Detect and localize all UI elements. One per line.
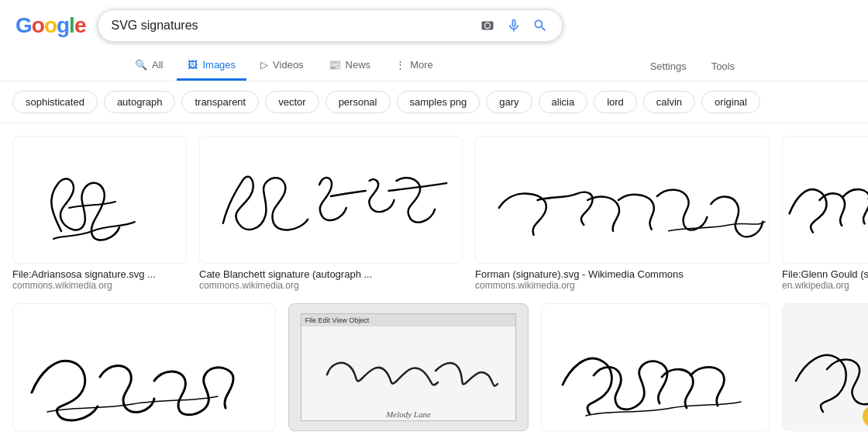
filter-chip-autograph[interactable]: autograph <box>104 91 176 113</box>
image-card-sig7[interactable] <box>541 303 770 431</box>
sig-adriansosa <box>15 138 185 262</box>
search-button[interactable] <box>531 16 549 35</box>
more-icon: ⋮ <box>395 59 405 71</box>
filter-chip-original[interactable]: original <box>701 91 760 113</box>
image-card-sig5[interactable] <box>12 303 276 431</box>
search-input[interactable] <box>111 19 470 33</box>
camera-search-button[interactable] <box>478 16 497 35</box>
header: Google <box>0 0 868 51</box>
search-icons <box>478 16 549 35</box>
image-title-cate: Cate Blanchett signature (autograph ... <box>199 268 463 280</box>
image-caption-glenn: File:Glenn Gould (signature en.wikipedia… <box>782 268 868 291</box>
sig-forman <box>476 138 769 262</box>
sig-8 <box>788 307 869 427</box>
sig-melody <box>308 320 509 413</box>
filter-chips: sophisticated autograph transparent vect… <box>0 81 868 123</box>
image-card-melody[interactable]: File Edit View Object Melody Lane <box>288 303 529 431</box>
tab-all-label: All <box>152 59 163 71</box>
image-title-glenn: File:Glenn Gould (signature <box>782 268 868 280</box>
image-caption-adriansosa: File:Adriansosa signature.svg ... common… <box>12 268 187 291</box>
images-icon: 🖼 <box>188 59 198 71</box>
images-grid-row2: File Edit View Object Melody Lane <box>12 303 856 431</box>
images-grid-row1: File:Adriansosa signature.svg ... common… <box>12 136 856 291</box>
search-bar <box>98 9 563 42</box>
image-caption-forman: Forman (signature).svg - Wikimedia Commo… <box>475 268 770 291</box>
tab-videos[interactable]: ▷ Videos <box>250 51 315 81</box>
tools-button[interactable]: Tools <box>702 54 744 78</box>
image-caption-cate: Cate Blanchett signature (autograph ... … <box>199 268 463 291</box>
filter-chip-sophisticated[interactable]: sophisticated <box>12 91 98 113</box>
filter-chip-transparent[interactable]: transparent <box>181 91 259 113</box>
sig-cate <box>200 138 462 262</box>
sig-glenn <box>783 138 868 262</box>
tab-more[interactable]: ⋮ More <box>384 51 444 81</box>
tab-news-label: News <box>346 59 371 71</box>
nav-right: Settings Tools <box>641 54 744 78</box>
image-card-forman[interactable]: Forman (signature).svg - Wikimedia Commo… <box>475 136 770 291</box>
image-card-cate[interactable]: Cate Blanchett signature (autograph ... … <box>199 136 463 291</box>
sig-7 <box>547 307 764 427</box>
google-logo[interactable]: Google <box>16 13 85 38</box>
filter-chip-lord[interactable]: lord <box>594 91 637 113</box>
filter-chip-calvin[interactable]: calvin <box>643 91 695 113</box>
image-card-adriansosa[interactable]: File:Adriansosa signature.svg ... common… <box>12 136 187 291</box>
tab-more-label: More <box>410 59 433 71</box>
filter-chip-personal[interactable]: personal <box>326 91 391 113</box>
mic-icon <box>506 18 522 33</box>
images-section: File:Adriansosa signature.svg ... common… <box>0 123 868 439</box>
tab-videos-label: Videos <box>273 59 304 71</box>
image-title-forman: Forman (signature).svg - Wikimedia Commo… <box>475 268 770 280</box>
image-source-adriansosa: commons.wikimedia.org <box>12 280 187 291</box>
image-source-cate: commons.wikimedia.org <box>199 280 463 291</box>
tab-images[interactable]: 🖼 Images <box>177 51 246 81</box>
tab-images-label: Images <box>202 59 236 71</box>
settings-button[interactable]: Settings <box>641 54 696 78</box>
filter-chip-gary[interactable]: gary <box>486 91 532 113</box>
sig-5 <box>16 307 272 427</box>
videos-icon: ▷ <box>260 59 268 71</box>
camera-icon <box>480 18 495 33</box>
all-icon: 🔍 <box>135 59 147 71</box>
image-source-forman: commons.wikimedia.org <box>475 280 770 291</box>
filter-chip-alicia[interactable]: alicia <box>539 91 588 113</box>
nav-tabs: 🔍 All 🖼 Images ▷ Videos 📰 News ⋮ More Se… <box>0 51 868 81</box>
tab-all[interactable]: 🔍 All <box>124 51 174 81</box>
search-icon <box>532 18 548 33</box>
news-icon: 📰 <box>329 59 341 71</box>
image-card-glenn[interactable]: File:Glenn Gould (signature en.wikipedia… <box>782 136 868 291</box>
voice-search-button[interactable] <box>505 16 523 35</box>
tab-news[interactable]: 📰 News <box>318 51 382 81</box>
filter-chip-vector[interactable]: vector <box>265 91 319 113</box>
image-source-glenn: en.wikipedia.org <box>782 280 868 291</box>
image-title-adriansosa: File:Adriansosa signature.svg ... <box>12 268 187 280</box>
image-card-sig8[interactable]: A ppuals wsxdn.com <box>782 303 868 431</box>
filter-chip-samples-png[interactable]: samples png <box>397 91 480 113</box>
